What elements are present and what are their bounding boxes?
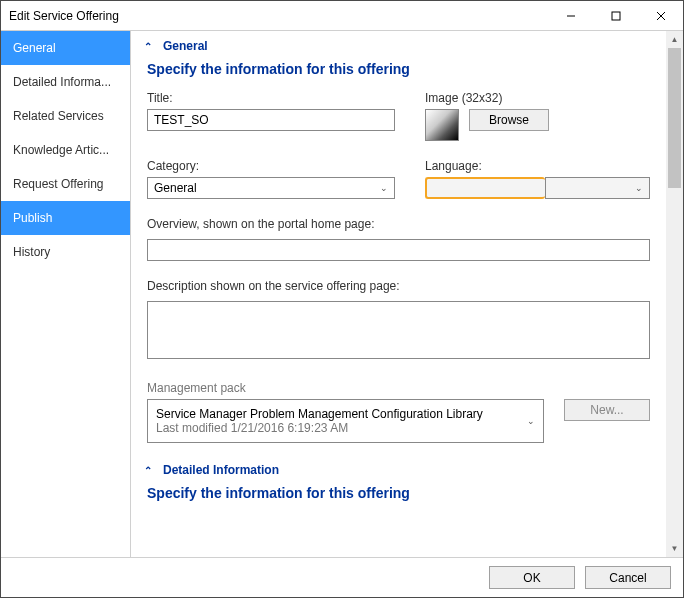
svg-rect-1 [612, 12, 620, 20]
management-pack-value: Service Manager Problem Management Confi… [156, 407, 535, 421]
sidebar-item-label: Publish [13, 211, 52, 225]
sidebar-item-label: Detailed Informa... [13, 75, 111, 89]
sidebar-item-label: Related Services [13, 109, 104, 123]
close-button[interactable] [638, 1, 683, 30]
new-button-label: New... [590, 403, 623, 417]
chevron-down-icon: ⌄ [527, 416, 535, 426]
chevron-up-icon: ⌃ [141, 465, 155, 476]
scroll-up-arrow-icon[interactable]: ▲ [666, 31, 683, 48]
ok-button[interactable]: OK [489, 566, 575, 589]
browse-button[interactable]: Browse [469, 109, 549, 131]
image-label: Image (32x32) [425, 91, 650, 105]
sidebar-item-detailed-information[interactable]: Detailed Informa... [1, 65, 130, 99]
chevron-down-icon: ⌄ [380, 183, 388, 193]
category-select-value: General [154, 181, 197, 195]
maximize-button[interactable] [593, 1, 638, 30]
ok-button-label: OK [523, 571, 540, 585]
sidebar-item-label: History [13, 245, 50, 259]
section-header-detailed[interactable]: ⌃ Detailed Information [141, 461, 656, 481]
vertical-scrollbar[interactable]: ▲ ▼ [666, 31, 683, 557]
mp-label: Management pack [147, 381, 246, 395]
cancel-button-label: Cancel [609, 571, 646, 585]
title-input[interactable] [147, 109, 395, 131]
sidebar-item-knowledge-articles[interactable]: Knowledge Artic... [1, 133, 130, 167]
management-pack-modified: Last modified 1/21/2016 6:19:23 AM [156, 421, 535, 435]
section-subtitle: Specify the information for this offerin… [141, 57, 656, 91]
new-button[interactable]: New... [564, 399, 650, 421]
section-subtitle: Specify the information for this offerin… [141, 481, 656, 515]
titlebar: Edit Service Offering [1, 1, 683, 31]
language-select-extra[interactable]: ⌄ [545, 177, 650, 199]
sidebar-item-history[interactable]: History [1, 235, 130, 269]
title-label: Title: [147, 91, 395, 105]
description-textarea[interactable] [147, 301, 650, 359]
sidebar-item-label: Request Offering [13, 177, 104, 191]
overview-label: Overview, shown on the portal home page: [147, 217, 650, 231]
overview-textarea[interactable] [147, 239, 650, 261]
content-pane: ⌃ General Specify the information for th… [131, 31, 666, 557]
language-label: Language: [425, 159, 650, 173]
chevron-down-icon: ⌄ [635, 183, 643, 193]
category-label: Category: [147, 159, 395, 173]
minimize-button[interactable] [548, 1, 593, 30]
scroll-down-arrow-icon[interactable]: ▼ [666, 540, 683, 557]
image-thumbnail [425, 109, 459, 141]
sidebar-item-request-offering[interactable]: Request Offering [1, 167, 130, 201]
footer: OK Cancel [1, 557, 683, 597]
scroll-thumb[interactable] [668, 48, 681, 188]
sidebar-item-label: General [13, 41, 56, 55]
cancel-button[interactable]: Cancel [585, 566, 671, 589]
window-title: Edit Service Offering [9, 9, 548, 23]
chevron-up-icon: ⌃ [141, 41, 155, 52]
sidebar: General Detailed Informa... Related Serv… [1, 31, 131, 557]
language-select[interactable] [425, 177, 545, 199]
scroll-track[interactable] [666, 48, 683, 540]
category-select[interactable]: General ⌄ [147, 177, 395, 199]
section-title: General [163, 39, 208, 53]
browse-button-label: Browse [489, 113, 529, 127]
section-title: Detailed Information [163, 463, 279, 477]
sidebar-item-general[interactable]: General [1, 31, 130, 65]
sidebar-item-related-services[interactable]: Related Services [1, 99, 130, 133]
sidebar-item-publish[interactable]: Publish [1, 201, 130, 235]
section-header-general[interactable]: ⌃ General [141, 37, 656, 57]
sidebar-item-label: Knowledge Artic... [13, 143, 109, 157]
management-pack-select[interactable]: Service Manager Problem Management Confi… [147, 399, 544, 443]
description-label: Description shown on the service offerin… [147, 279, 650, 293]
